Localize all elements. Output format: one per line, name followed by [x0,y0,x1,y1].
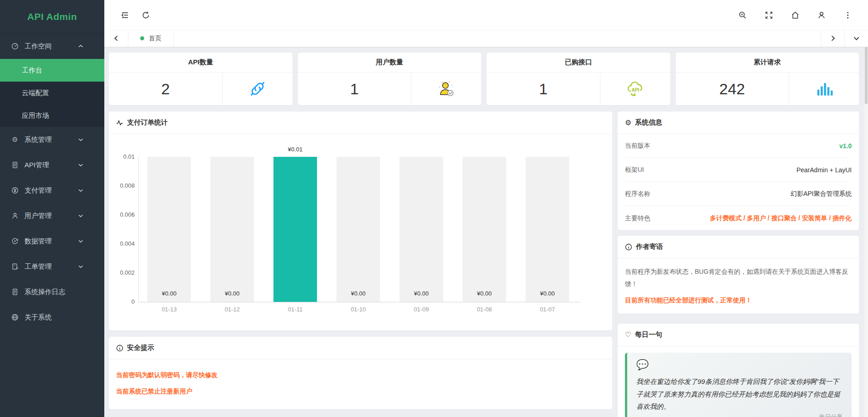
sidebar: API Admin 工作空间工作台云端配置应用市场⚙系统管理API管理支付管理用… [0,0,104,417]
chart-y-tick-label: 0.006 [112,211,135,218]
more-menu-icon[interactable] [839,6,856,24]
stat-card-value: 242 [676,73,790,105]
system-info-row: 当前版本v1.0 [625,134,852,158]
chart-bar[interactable] [273,157,317,302]
document-icon [11,161,19,169]
sidebar-item-0[interactable]: 工作空间 [0,34,104,59]
dashboard-icon [11,42,19,50]
chart-bar-value-label: ¥0.00 [336,290,380,297]
info-label: 主要特色 [625,214,650,223]
quote-attribution: — 每日分享 [636,413,843,417]
daily-quote-body: 💬 我坐在窗边给你发了99条消息你终于肯回我了你说“发你妈啊”我一下子就哭了原来… [618,346,859,417]
sidebar-item-5[interactable]: 数据管理 [0,228,104,254]
system-info-title: 系统信息 [635,118,662,127]
chart-bar-value-label: ¥0.00 [526,290,569,297]
tab-home[interactable]: 首页 [128,30,174,47]
chart-bar-background[interactable] [400,157,443,302]
sidebar-item-3[interactable]: 支付管理 [0,178,104,203]
sidebar-subitem-应用市场[interactable]: 应用市场 [0,104,104,127]
chart-y-tick-label: 0.01 [112,153,135,160]
stat-card-body: 1API [487,73,670,105]
sidebar-subitem-label: 工作台 [22,66,42,75]
main-area: 首页 API数量2用户数量1已购接口1API累计请求242 [104,0,868,417]
tab-scroll-left-icon[interactable] [104,30,128,47]
heart-icon: ♡ [625,330,631,339]
system-info-row: 主要特色多计费模式 / 多用户 / 接口聚合 / 安装简单 / 插件化 [625,206,852,230]
chart-title: 支付订单统计 [127,118,168,127]
user-avatar-icon[interactable] [813,6,830,24]
chart-bar-background[interactable] [147,157,191,302]
system-info-header: ⚙ 系统信息 [618,112,859,134]
info-value: v1.0 [839,142,852,150]
chart-bar-value-label: ¥0.00 [210,290,254,297]
sidebar-subitem-label: 云端配置 [22,89,49,97]
security-lines: 当前密码为默认弱密码，请尽快修改当前系统已禁止注册新用户 [109,359,612,399]
daily-quote-title: 每日一句 [635,330,662,339]
chevron-down-icon [78,213,83,218]
content: API数量2用户数量1已购接口1API累计请求242 支付订单统计 [104,47,868,417]
payment-chart-card: 支付订单统计 00.0020.0040.0060.0080.01¥0.0001-… [109,112,612,330]
tab-scroll-right-icon[interactable] [821,30,844,47]
payment-bar-chart: 00.0020.0040.0060.0080.01¥0.0001-13¥0.00… [109,134,612,330]
sidebar-submenu: 工作台云端配置应用市场 [0,59,104,127]
page-scrollbar[interactable] [864,0,868,417]
sidebar-item-7[interactable]: 系统操作日志 [0,279,104,305]
chart-x-tick-label: 01-09 [400,306,443,313]
log-icon [11,288,19,296]
sidebar-item-label: 系统操作日志 [24,288,65,296]
chevron-down-icon [78,188,83,193]
sidebar-item-label: 工单管理 [24,262,52,271]
sidebar-item-4[interactable]: 用户管理 [0,203,104,228]
sidebar-item-label: 支付管理 [24,186,52,195]
user-icon [11,212,19,220]
pulse-icon [116,119,123,126]
stat-card-0: API数量2 [109,53,293,105]
info-label: 框架UI [625,166,644,174]
info-value: PearAdmin + LayUI [796,166,852,174]
sidebar-item-8[interactable]: 关于系统 [0,305,104,330]
chevron-down-icon [78,162,83,168]
chart-x-tick-label: 01-12 [210,306,254,313]
chart-bar-background[interactable] [210,157,254,302]
author-note-line: 当前程序为新发布状态，BUG肯定会有的，如遇到请在关于系统页面进入博客反馈！ [625,266,852,290]
stat-card-value: 2 [109,73,223,105]
chart-y-tick-label: 0 [112,298,135,305]
stat-card-title: 已购接口 [487,53,670,73]
stat-card-body: 242 [676,73,859,105]
tab-bar: 首页 [104,30,868,47]
author-note-card: 作者寄语 当前程序为新发布状态，BUG肯定会有的，如遇到请在关于系统页面进入博客… [618,236,859,314]
sidebar-subitem-工作台[interactable]: 工作台 [0,59,104,82]
sidebar-item-6[interactable]: ?工单管理 [0,254,104,279]
stat-card-value: 1 [298,73,412,105]
sidebar-item-1[interactable]: ⚙系统管理 [0,127,104,152]
quote-text: 我坐在窗边给你发了99条消息你终于肯回我了你说“发你妈啊”我一下子就哭了原来努力… [636,375,843,413]
security-card-header: 安全提示 [109,337,612,359]
chart-card-header: 支付订单统计 [109,112,612,134]
stat-card-title: 累计请求 [676,53,859,73]
sidebar-item-2[interactable]: API管理 [0,152,104,178]
stat-card-value: 1 [487,73,600,105]
system-info-rows: 当前版本v1.0框架UIPearAdmin + LayUI程序名称幻影API聚合… [618,134,859,230]
chart-x-axis-line [138,302,580,302]
stat-card-1: 用户数量1 [298,53,482,105]
stat-card-body: 2 [109,73,293,105]
collapse-sidebar-icon[interactable] [116,6,133,24]
search-icon[interactable] [734,6,751,24]
sidebar-subitem-云端配置[interactable]: 云端配置 [0,82,104,104]
chart-y-axis-line [138,157,139,302]
bar-chart-icon [789,73,859,105]
stat-card-title: API数量 [109,53,293,73]
tab-dropdown-icon[interactable] [844,30,868,47]
chart-bar-background[interactable] [526,157,569,302]
security-tip-line: 当前密码为默认弱密码，请尽快修改 [116,371,605,379]
fullscreen-icon[interactable] [760,6,777,24]
chart-bar-background[interactable] [463,157,506,302]
home-icon[interactable] [786,6,804,24]
system-info-card: ⚙ 系统信息 当前版本v1.0框架UIPearAdmin + LayUI程序名称… [618,112,859,230]
chart-y-tick-label: 0.002 [112,269,135,276]
active-tab-dot [140,36,144,40]
author-note-title: 作者寄语 [636,242,663,251]
chart-bar-background[interactable] [336,157,380,302]
refresh-icon[interactable] [137,6,154,24]
sidebar-item-label: API管理 [24,161,49,170]
